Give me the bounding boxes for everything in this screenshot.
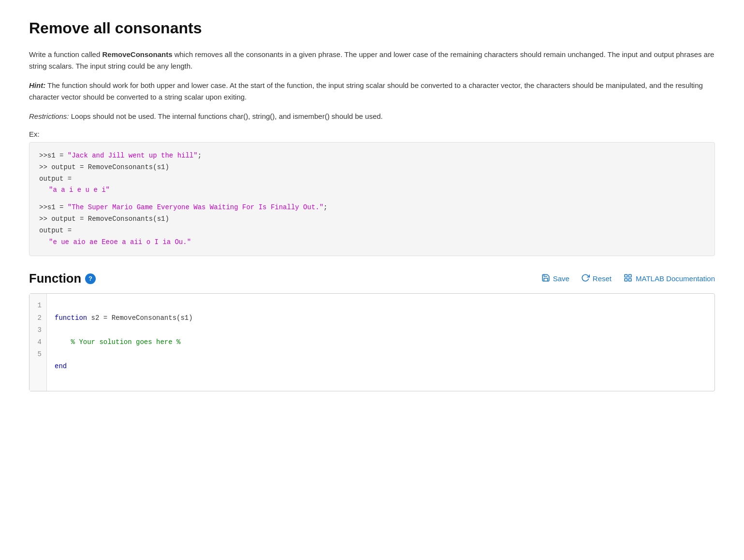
- line-num-5: 5: [34, 348, 42, 360]
- code-comment: % Your solution goes here %: [71, 338, 181, 346]
- page-title: Remove all consonants: [29, 19, 715, 37]
- ex-label: Ex:: [29, 130, 715, 138]
- reset-button[interactable]: Reset: [581, 273, 612, 284]
- matlab-docs-button[interactable]: MATLAB Documentation: [623, 273, 715, 284]
- line-num-4: 4: [34, 336, 42, 348]
- code-line-1-rest: s2 = RemoveConsonants(s1): [87, 314, 192, 322]
- example-2-cmd: >>s1 = "The Super Mario Game Everyone Wa…: [39, 202, 705, 214]
- description-paragraph-2: Hint: The function should work for both …: [29, 80, 715, 103]
- svg-rect-3: [625, 278, 627, 281]
- desc1-part1: Write a function called: [29, 50, 102, 58]
- code-example-block: >>s1 = "Jack and Jill went up the hill";…: [29, 142, 715, 256]
- example-1-cmd: >>s1 = "Jack and Jill went up the hill";: [39, 150, 705, 162]
- svg-rect-2: [629, 278, 631, 281]
- example-2-output-val: "e ue aio ae Eeoe a aii o I ia Ou.": [39, 237, 705, 248]
- desc1-bold: RemoveConsonants: [102, 50, 172, 58]
- code-editor-inner: 1 2 3 4 5 function s2 = RemoveConsonants…: [29, 294, 715, 390]
- line-num-3: 3: [34, 324, 42, 336]
- restrictions-text: Loops should not be used. The internal f…: [69, 112, 383, 120]
- desc2-hint-label: Hint:: [29, 81, 45, 89]
- desc2-hint-text: The function should work for both upper …: [29, 81, 703, 101]
- function-section-header: Function ? Save Reset: [29, 272, 715, 286]
- description-paragraph-1: Write a function called RemoveConsonants…: [29, 49, 715, 72]
- reset-icon: [581, 273, 590, 284]
- code-line-3: [55, 338, 71, 346]
- save-label: Save: [553, 274, 569, 283]
- line-num-1: 1: [34, 300, 42, 312]
- line-num-2: 2: [34, 312, 42, 324]
- line-numbers: 1 2 3 4 5: [29, 294, 47, 390]
- reset-label: Reset: [593, 274, 612, 283]
- docs-label: MATLAB Documentation: [636, 274, 715, 283]
- function-title: Function: [29, 272, 81, 286]
- toolbar-buttons: Save Reset MATLAB Documentation: [541, 273, 715, 284]
- example-1-call: >> output = RemoveConsonants(s1): [39, 162, 705, 173]
- function-title-area: Function ?: [29, 272, 96, 286]
- example-2-call: >> output = RemoveConsonants(s1): [39, 214, 705, 225]
- restrictions-paragraph: Restrictions: Loops should not be used. …: [29, 111, 715, 122]
- example-2-output-label: output =: [39, 225, 705, 237]
- code-editor-container: 1 2 3 4 5 function s2 = RemoveConsonants…: [29, 293, 715, 391]
- docs-icon: [623, 273, 633, 284]
- restrictions-label: Restrictions:: [29, 112, 69, 120]
- code-editor-content[interactable]: function s2 = RemoveConsonants(s1) % You…: [47, 294, 715, 390]
- example-1-output-val: "a a i e u e i": [39, 185, 705, 196]
- svg-rect-0: [625, 274, 627, 277]
- help-icon[interactable]: ?: [85, 273, 96, 284]
- save-button[interactable]: Save: [541, 273, 569, 284]
- save-icon: [541, 273, 550, 284]
- keyword-end: end: [55, 362, 67, 370]
- svg-rect-1: [629, 274, 631, 277]
- keyword-function: function: [55, 314, 87, 322]
- example-1-output-label: output =: [39, 173, 705, 185]
